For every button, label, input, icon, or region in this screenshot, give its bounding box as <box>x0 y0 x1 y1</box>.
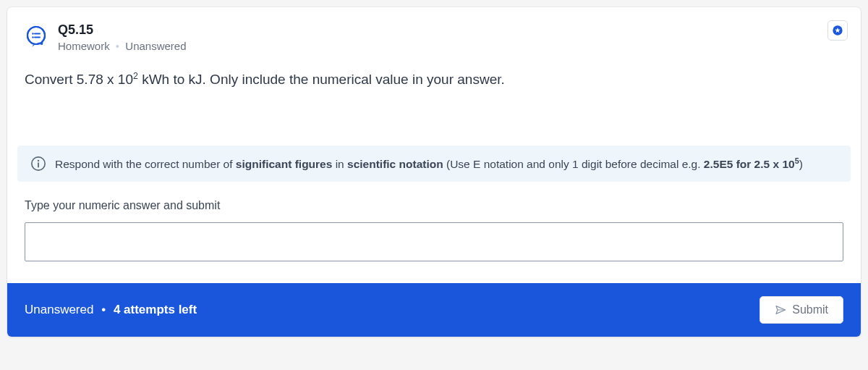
card-footer: Unanswered • 4 attempts left Submit <box>7 283 861 337</box>
info-text: Respond with the correct number of signi… <box>55 156 803 171</box>
question-tags: Homework • Unanswered <box>58 40 187 52</box>
svg-point-1 <box>32 33 33 34</box>
star-icon <box>832 25 843 36</box>
card-header: Q5.15 Homework • Unanswered <box>7 7 861 59</box>
submit-label: Submit <box>792 303 828 316</box>
submit-button[interactable]: Submit <box>760 296 843 324</box>
attempts-count: 4 <box>114 303 120 316</box>
info-icon <box>30 156 46 172</box>
prompt-suffix: kWh to kJ. Only include the numerical va… <box>138 72 505 88</box>
question-number: Q5.15 <box>58 22 187 38</box>
footer-status-text: Unanswered <box>25 303 93 316</box>
prompt-exponent: 2 <box>133 71 138 81</box>
answer-label: Type your numeric answer and submit <box>25 199 843 212</box>
question-category: Homework <box>58 40 110 52</box>
prompt-prefix: Convert 5.78 x 10 <box>25 72 133 88</box>
question-status: Unanswered <box>125 40 186 52</box>
info-banner: Respond with the correct number of signi… <box>17 146 851 182</box>
bookmark-button[interactable] <box>827 20 848 41</box>
question-type-icon <box>25 25 48 48</box>
answer-section: Type your numeric answer and submit <box>7 182 861 283</box>
question-card: Q5.15 Homework • Unanswered Convert 5.78… <box>7 7 861 337</box>
footer-dot: • <box>101 303 106 317</box>
answer-input[interactable] <box>25 222 843 261</box>
separator-dot: • <box>116 40 119 52</box>
attempts-suffix: attempts left <box>120 303 197 316</box>
question-meta: Q5.15 Homework • Unanswered <box>58 22 187 52</box>
footer-status: Unanswered • 4 attempts left <box>25 303 197 317</box>
question-prompt: Convert 5.78 x 102 kWh to kJ. Only inclu… <box>25 70 843 91</box>
question-body: Convert 5.78 x 102 kWh to kJ. Only inclu… <box>7 59 861 112</box>
send-icon <box>775 304 786 316</box>
svg-point-7 <box>38 160 39 161</box>
svg-point-3 <box>32 36 33 38</box>
